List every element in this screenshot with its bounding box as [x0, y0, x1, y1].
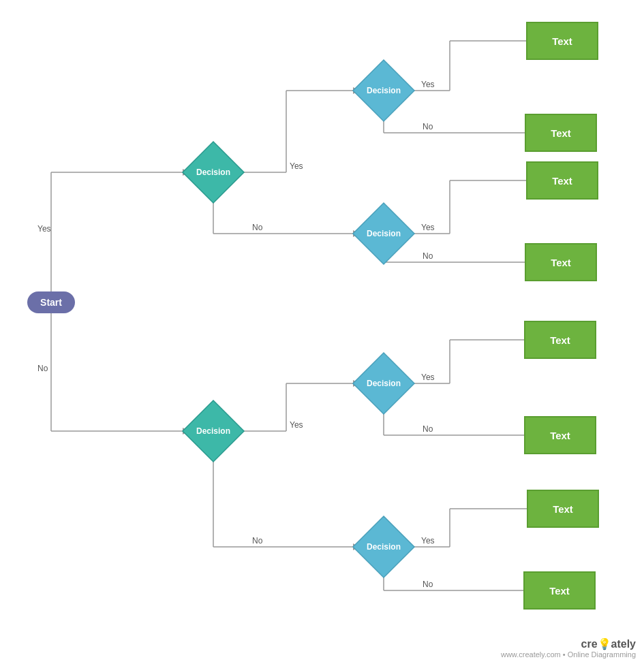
text-node-3-label: Text	[552, 175, 572, 187]
decision3-label: Decision	[196, 426, 230, 436]
label-no-dec4bot: No	[423, 580, 433, 589]
brand-icon: 💡	[598, 638, 611, 650]
label-no-dec2bot: No	[423, 251, 433, 261]
text-node-5-label: Text	[550, 334, 570, 346]
label-no-dec1: No	[252, 223, 263, 232]
decision4bot-label: Decision	[367, 542, 401, 552]
text-node-5[interactable]: Text	[524, 321, 596, 359]
text-node-6[interactable]: Text	[524, 416, 596, 454]
label-yes-start: Yes	[37, 224, 51, 234]
label-no-dec4top: No	[423, 424, 433, 434]
label-no-dec3: No	[252, 536, 263, 546]
label-yes-dec4bot: Yes	[421, 536, 435, 546]
text-node-7-label: Text	[553, 503, 573, 515]
text-node-4-label: Text	[551, 257, 571, 268]
text-node-6-label: Text	[550, 430, 570, 441]
brand-tagline: www.creately.com • Online Diagramming	[501, 650, 636, 659]
label-yes-dec1: Yes	[290, 161, 303, 171]
start-label: Start	[40, 297, 62, 308]
label-yes-dec2top: Yes	[421, 80, 435, 89]
decision1-label: Decision	[196, 168, 230, 177]
label-no-start: No	[37, 364, 48, 373]
text-node-8[interactable]: Text	[523, 571, 596, 610]
label-yes-dec3: Yes	[290, 420, 303, 430]
footer: cre💡ately www.creately.com • Online Diag…	[501, 637, 636, 659]
decision2bot-label: Decision	[367, 229, 401, 238]
label-yes-dec2bot: Yes	[421, 223, 435, 232]
text-node-1-label: Text	[552, 35, 572, 47]
label-yes-dec4top: Yes	[421, 373, 435, 382]
start-node[interactable]: Start	[27, 291, 75, 313]
text-node-2[interactable]: Text	[525, 114, 597, 152]
decision2top-label: Decision	[367, 86, 401, 95]
text-node-8-label: Text	[549, 585, 570, 597]
decision4top-label: Decision	[367, 379, 401, 388]
text-node-4[interactable]: Text	[525, 243, 597, 281]
text-node-2-label: Text	[551, 127, 571, 139]
label-no-dec2top: No	[423, 122, 433, 131]
text-node-1[interactable]: Text	[526, 22, 598, 60]
text-node-3[interactable]: Text	[526, 161, 598, 200]
brand-logo: cre💡ately	[501, 637, 636, 650]
diagram: Yes No Yes No Yes No	[0, 0, 644, 664]
text-node-7[interactable]: Text	[527, 490, 599, 528]
